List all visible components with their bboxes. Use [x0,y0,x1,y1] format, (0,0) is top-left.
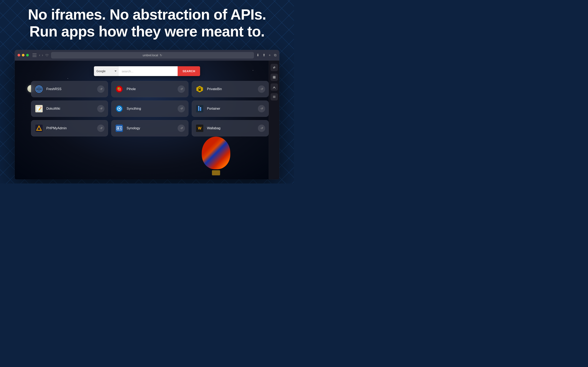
minimize-button[interactable] [22,54,25,57]
app-launch-pihole[interactable] [178,85,185,93]
app-launch-portainer[interactable] [258,105,265,112]
svg-rect-47 [120,127,121,129]
url-bar[interactable]: umbrel.local ↻ [51,52,254,58]
url-text: umbrel.local [143,54,158,57]
app-name-wallabag: Wallabag [207,126,255,130]
sidebar-transfer-button[interactable] [270,64,278,71]
app-name-privatebin: PrivateBin [207,87,255,91]
svg-point-34 [200,107,201,108]
share-icon[interactable]: ⬆ [263,53,265,57]
app-launch-syncthing[interactable] [178,105,185,112]
app-icon-portainer [195,104,204,113]
sidebar-user-button[interactable] [270,83,278,91]
maximize-button[interactable] [26,54,29,57]
toolbar-actions: ⬇ ⬆ + ⧉ [256,53,277,57]
app-icon-phpmyadmin [35,124,43,133]
traffic-lights [17,54,29,57]
browser-toolbar: ‹ › 🛡 umbrel.local ↻ ⬇ ⬆ + ⧉ [15,50,279,60]
svg-rect-30 [196,105,203,112]
search-engine-select[interactable]: Google DuckDuckGo Bing Yahoo [94,66,118,76]
app-name-dokuwiki: DokuWiki [46,107,94,110]
svg-point-16 [199,90,200,90]
back-button[interactable]: ‹ [39,53,40,57]
close-button[interactable] [17,54,20,57]
app-name-portainer: Portainer [207,107,255,110]
browser-window: ‹ › 🛡 umbrel.local ↻ ⬇ ⬆ + ⧉ [15,50,279,179]
app-name-synology: Synology [127,126,174,130]
sidebar-menu-button[interactable] [270,93,278,100]
app-launch-dokuwiki[interactable] [97,105,104,112]
app-launch-privatebin[interactable] [258,85,265,93]
app-icon-pihole: 🍓 [115,85,124,94]
app-icon-privatebin [195,85,204,94]
app-launch-wallabag[interactable] [258,125,265,132]
tabs-icon[interactable]: ⧉ [274,53,277,57]
hero-section: No iframes. No abstraction of APIs. Run … [0,6,294,40]
svg-rect-31 [198,106,199,111]
app-launch-synology[interactable] [178,125,185,132]
app-name-phpmyadmin: PHPMyAdmin [46,126,94,130]
app-name-pihole: Pihole [127,87,174,91]
app-launch-phpmyadmin[interactable] [97,125,104,132]
app-grid: FreshRSS 🍓 Pihole PrivateBin 📝 DokuWiki … [31,81,269,136]
app-name-freshrss: FreshRSS [46,87,94,91]
download-icon[interactable]: ⬇ [256,53,259,57]
app-card-privatebin[interactable]: PrivateBin [192,81,269,97]
hero-title: No iframes. No abstraction of APIs. Run … [16,6,278,40]
app-card-pihole[interactable]: 🍓 Pihole [111,81,188,97]
browser-content: Google DuckDuckGo Bing Yahoo SEARCH Fres… [15,60,279,179]
app-icon-synology [115,124,124,133]
app-icon-dokuwiki: 📝 [35,104,43,113]
search-input[interactable] [118,66,178,76]
sidebar-grid-button[interactable] [270,74,278,81]
app-card-synology[interactable]: Synology [111,120,188,136]
app-card-syncthing[interactable]: Syncthing [111,100,188,117]
svg-text:🍓: 🍓 [117,87,122,92]
app-launch-freshrss[interactable] [97,85,104,93]
svg-text:W: W [198,126,201,130]
app-card-wallabag[interactable]: W Wallabag [192,120,269,136]
app-card-portainer[interactable]: Portainer [192,100,269,117]
svg-rect-46 [117,127,119,129]
svg-text:📝: 📝 [36,106,42,112]
hero-line1: No iframes. No abstraction of APIs. [28,6,266,23]
app-card-dokuwiki[interactable]: 📝 DokuWiki [31,100,108,117]
app-icon-wallabag: W [195,124,204,133]
new-tab-icon[interactable]: + [269,53,271,57]
app-name-syncthing: Syncthing [127,107,174,110]
app-card-freshrss[interactable]: FreshRSS [31,81,108,97]
forward-button[interactable]: › [42,53,43,57]
right-sidebar [269,60,279,179]
hero-line2: Run apps how they were meant to. [29,23,265,40]
reload-button[interactable]: ↻ [160,53,162,57]
search-button[interactable]: SEARCH [178,66,200,76]
privacy-icon: 🛡 [45,53,49,57]
app-card-phpmyadmin[interactable]: PHPMyAdmin [31,120,108,136]
nav-buttons: ‹ › [39,53,43,57]
svg-point-26 [119,108,120,109]
sidebar-toggle-icon[interactable] [33,54,36,57]
app-icon-syncthing [115,104,124,113]
svg-point-33 [198,106,199,107]
search-container: Google DuckDuckGo Bing Yahoo SEARCH [94,66,200,76]
app-icon-freshrss [35,85,43,94]
